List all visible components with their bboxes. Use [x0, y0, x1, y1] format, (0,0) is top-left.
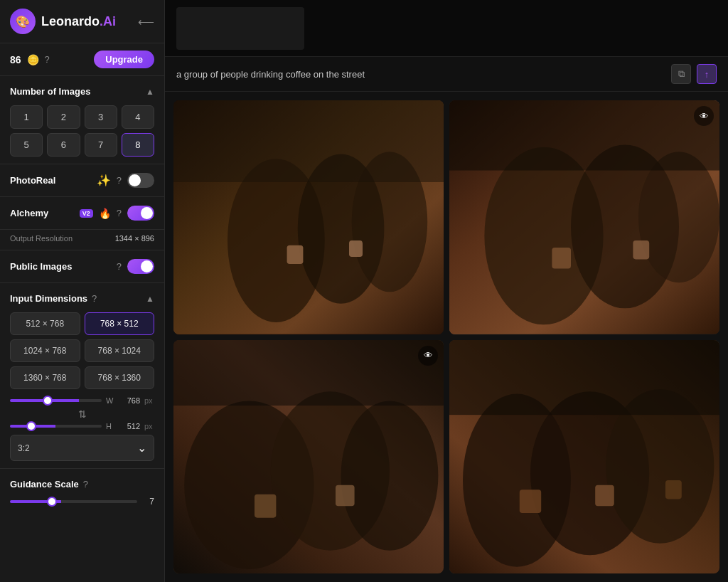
- num-btn-8[interactable]: 8: [122, 133, 154, 157]
- dim-btn-768x1024[interactable]: 768 × 1024: [85, 339, 155, 362]
- height-value: 512: [120, 422, 140, 430]
- upgrade-button[interactable]: Upgrade: [94, 51, 154, 68]
- num-btn-6[interactable]: 6: [47, 133, 80, 157]
- app-name: Leonardo.Ai: [41, 14, 116, 29]
- dim-btn-1024x768[interactable]: 1024 × 768: [10, 339, 80, 362]
- svg-rect-28: [665, 480, 682, 499]
- aspect-ratio-dropdown[interactable]: 3:2 ⌄: [10, 435, 154, 461]
- prompt-copy-button[interactable]: ⧉: [671, 64, 691, 84]
- swap-dimensions-icon[interactable]: ⇅: [10, 409, 154, 419]
- credits-count: 86: [10, 54, 21, 65]
- svg-rect-20: [336, 485, 355, 506]
- input-dimensions-section: Input Dimensions ? ▲ 512 × 768 768 × 512…: [0, 283, 164, 469]
- guidance-scale-help-icon[interactable]: ?: [83, 479, 88, 490]
- photoreal-label: PhotoReal: [10, 175, 91, 186]
- svg-rect-12: [552, 248, 571, 269]
- logo-avatar: 🎨: [10, 9, 36, 34]
- image-eye-overlay-3[interactable]: 👁: [418, 346, 438, 366]
- top-preview-bar: [165, 0, 728, 57]
- output-resolution-label: Output Resolution: [10, 234, 73, 243]
- public-images-help-icon[interactable]: ?: [117, 261, 122, 272]
- num-btn-4[interactable]: 4: [122, 105, 154, 129]
- eye-icon-2: 👁: [700, 111, 709, 122]
- svg-rect-13: [633, 240, 649, 259]
- number-of-images-header: Number of Images ▲: [10, 86, 154, 97]
- height-unit: px: [144, 422, 156, 430]
- dim-btn-512x768[interactable]: 512 × 768: [10, 312, 80, 335]
- width-unit: px: [144, 396, 156, 405]
- guidance-scale-header: Guidance Scale ?: [10, 479, 154, 490]
- svg-rect-25: [449, 340, 719, 415]
- eye-icon-3: 👁: [424, 350, 433, 361]
- alchemy-badge: V2: [80, 209, 93, 218]
- photoreal-icon: ✨: [97, 174, 111, 187]
- image-card-1: [173, 100, 444, 334]
- output-resolution-row: Output Resolution 1344 × 896: [0, 230, 164, 250]
- svg-point-17: [341, 401, 439, 550]
- image-card-3: 👁: [173, 340, 444, 574]
- dim-btn-768x1360[interactable]: 768 × 1360: [85, 366, 155, 389]
- prompt-generate-button[interactable]: ↑: [697, 64, 717, 84]
- prompt-text: a group of people drinking coffee on the…: [176, 69, 665, 80]
- image-placeholder-1: [173, 100, 444, 334]
- aspect-ratio-value: 3:2: [18, 443, 30, 453]
- public-images-row: Public Images ?: [0, 250, 164, 283]
- guidance-scale-title: Guidance Scale: [10, 479, 79, 490]
- width-slider[interactable]: [10, 399, 102, 402]
- svg-rect-26: [520, 490, 541, 513]
- dim-btn-1360x768[interactable]: 1360 × 768: [10, 366, 80, 389]
- input-dimensions-grid: 512 × 768 768 × 512 1024 × 768 768 × 102…: [10, 312, 154, 389]
- guidance-scale-value: 7: [143, 497, 154, 507]
- height-slider-row: H 512 px: [10, 422, 154, 430]
- dim-btn-768x512[interactable]: 768 × 512: [85, 312, 155, 335]
- svg-rect-18: [173, 340, 444, 406]
- alchemy-help-icon[interactable]: ?: [117, 208, 122, 218]
- guidance-scale-section: Guidance Scale ? 7: [0, 469, 164, 514]
- collapse-button[interactable]: ⟵: [138, 15, 154, 28]
- svg-rect-11: [449, 100, 719, 171]
- alchemy-label: Alchemy: [10, 208, 74, 218]
- number-of-images-title: Number of Images: [10, 86, 90, 97]
- num-btn-1[interactable]: 1: [10, 105, 43, 129]
- image-placeholder-4: [449, 340, 719, 574]
- height-label: H: [106, 422, 116, 430]
- width-label: W: [106, 396, 116, 405]
- num-btn-2[interactable]: 2: [47, 105, 80, 129]
- aspect-ratio-chevron-icon: ⌄: [137, 441, 146, 455]
- image-card-2: 👁: [449, 100, 719, 334]
- input-dimensions-header: Input Dimensions ? ▲: [10, 293, 154, 304]
- image-card-4: [449, 340, 719, 574]
- input-dimensions-title: Input Dimensions: [10, 293, 87, 304]
- image-placeholder-2: 👁: [449, 100, 719, 334]
- alchemy-toggle[interactable]: [127, 206, 154, 221]
- number-of-images-grid: 1 2 3 4 5 6 7 8: [10, 105, 154, 157]
- input-dimensions-help-icon[interactable]: ?: [92, 293, 97, 304]
- image-eye-overlay-2[interactable]: 👁: [694, 106, 714, 126]
- credits-icon: 🪙: [27, 54, 39, 65]
- num-btn-3[interactable]: 3: [85, 105, 117, 129]
- alchemy-fire-icon: 🔥: [99, 208, 111, 219]
- num-btn-5[interactable]: 5: [10, 133, 43, 157]
- input-dimensions-chevron: ▲: [146, 294, 154, 304]
- generate-icon: ↑: [705, 69, 710, 80]
- number-of-images-section: Number of Images ▲ 1 2 3 4 5 6 7 8: [0, 76, 164, 164]
- svg-point-10: [638, 152, 719, 282]
- number-of-images-chevron: ▲: [146, 87, 154, 97]
- prompt-row: a group of people drinking coffee on the…: [165, 57, 728, 92]
- num-btn-7[interactable]: 7: [85, 133, 117, 157]
- credits-row: 86 🪙 ? Upgrade: [0, 43, 164, 76]
- svg-rect-19: [255, 494, 276, 517]
- svg-rect-27: [595, 485, 614, 506]
- public-images-toggle[interactable]: [127, 259, 154, 274]
- credits-help-icon[interactable]: ?: [45, 54, 50, 65]
- guidance-slider-row: 7: [10, 497, 154, 507]
- guidance-scale-slider[interactable]: [10, 500, 137, 503]
- public-images-label: Public Images: [10, 261, 111, 272]
- width-slider-row: W 768 px: [10, 396, 154, 405]
- top-preview-image: [176, 7, 304, 50]
- width-value: 768: [120, 396, 140, 405]
- height-slider[interactable]: [10, 425, 102, 428]
- main-content: a group of people drinking coffee on the…: [165, 0, 728, 582]
- photoreal-toggle[interactable]: [127, 173, 154, 188]
- photoreal-help-icon[interactable]: ?: [117, 175, 122, 186]
